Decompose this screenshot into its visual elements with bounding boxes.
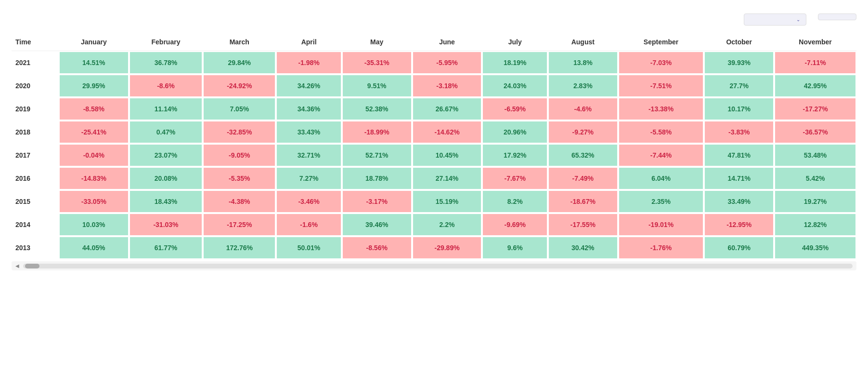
cell-value: -7.11% xyxy=(775,52,855,73)
cell-2015-august: -18.67% xyxy=(548,190,618,213)
cell-2018-september: -5.58% xyxy=(618,121,704,144)
cell-value: 60.79% xyxy=(705,237,773,258)
cell-2017-october: 47.81% xyxy=(704,144,774,167)
cell-value: 20.96% xyxy=(483,121,546,143)
cell-2015-january: -33.05% xyxy=(59,190,129,213)
table-wrapper: TimeJanuaryFebruaryMarchAprilMayJuneJuly… xyxy=(12,33,856,270)
year-cell: 2019 xyxy=(12,97,59,121)
cell-value: 34.36% xyxy=(277,98,340,120)
cell-value: 0.47% xyxy=(130,121,202,143)
cell-2021-march: 29.84% xyxy=(203,51,276,74)
cell-value: 26.67% xyxy=(413,98,481,120)
cell-2018-june: -14.62% xyxy=(412,121,482,144)
cell-2014-february: -31.03% xyxy=(129,213,203,236)
cell-2015-october: 33.49% xyxy=(704,190,774,213)
cell-value: -25.41% xyxy=(60,121,128,143)
cell-value: -5.35% xyxy=(204,168,275,189)
cell-2014-september: -19.01% xyxy=(618,213,704,236)
col-header-october: October xyxy=(704,33,774,51)
table-row: 201344.05%61.77%172.76%50.01%-8.56%-29.8… xyxy=(12,236,856,259)
cell-value: 12.82% xyxy=(775,214,855,235)
cell-value: -6.59% xyxy=(483,98,546,120)
cell-2019-november: -17.27% xyxy=(774,97,856,121)
cell-value: 52.71% xyxy=(343,145,411,166)
cell-value: -14.83% xyxy=(60,168,128,189)
cell-value: -36.57% xyxy=(775,121,855,143)
cell-2021-june: -5.95% xyxy=(412,51,482,74)
cell-value: 7.05% xyxy=(204,98,275,120)
col-header-time: Time xyxy=(12,33,59,51)
cell-2014-january: 10.03% xyxy=(59,213,129,236)
controls-area: ⌄ xyxy=(744,12,856,26)
cell-2016-september: 6.04% xyxy=(618,167,704,190)
cell-value: -9.27% xyxy=(549,121,617,143)
symbol-control xyxy=(818,12,856,20)
cell-2016-march: -5.35% xyxy=(203,167,276,190)
cell-2015-june: 15.19% xyxy=(412,190,482,213)
header-area: ⌄ xyxy=(12,12,856,26)
cell-value: 18.19% xyxy=(483,52,546,73)
cell-value: 47.81% xyxy=(705,145,773,166)
cell-2018-july: 20.96% xyxy=(482,121,547,144)
cell-2013-july: 9.6% xyxy=(482,236,547,259)
cell-2014-may: 39.46% xyxy=(342,213,412,236)
year-cell: 2021 xyxy=(12,51,59,74)
cell-value: -29.89% xyxy=(413,237,481,258)
cell-2018-january: -25.41% xyxy=(59,121,129,144)
cell-value: -19.01% xyxy=(619,214,703,235)
cell-2019-june: 26.67% xyxy=(412,97,482,121)
cell-value: -5.95% xyxy=(413,52,481,73)
cell-value: -17.25% xyxy=(204,214,275,235)
cell-value: 61.77% xyxy=(130,237,202,258)
cell-2016-april: 7.27% xyxy=(276,167,341,190)
cell-value: -1.98% xyxy=(277,52,340,73)
symbol-field xyxy=(818,13,856,20)
cell-value: 50.01% xyxy=(277,237,340,258)
col-header-september: September xyxy=(618,33,704,51)
cell-2016-june: 27.14% xyxy=(412,167,482,190)
type-control: ⌄ xyxy=(744,12,806,26)
cell-2014-november: 12.82% xyxy=(774,213,856,236)
col-header-february: February xyxy=(129,33,203,51)
cell-2019-august: -4.6% xyxy=(548,97,618,121)
year-cell: 2013 xyxy=(12,236,59,259)
scroll-left-arrow[interactable]: ◀ xyxy=(13,262,21,269)
type-dropdown[interactable]: ⌄ xyxy=(744,13,806,26)
cell-value: -32.85% xyxy=(204,121,275,143)
cell-value: -1.76% xyxy=(619,237,703,258)
cell-value: -12.95% xyxy=(705,214,773,235)
cell-value: 2.35% xyxy=(619,191,703,212)
cell-2016-july: -7.67% xyxy=(482,167,547,190)
table-row: 2019-8.58%11.14%7.05%34.36%52.38%26.67%-… xyxy=(12,97,856,121)
cell-value: 52.38% xyxy=(343,98,411,120)
cell-value: -4.6% xyxy=(549,98,617,120)
cell-2019-october: 10.17% xyxy=(704,97,774,121)
cell-2014-july: -9.69% xyxy=(482,213,547,236)
cell-value: -9.69% xyxy=(483,214,546,235)
cell-value: -33.05% xyxy=(60,191,128,212)
cell-value: 5.42% xyxy=(775,168,855,189)
table-row: 2016-14.83%20.08%-5.35%7.27%18.78%27.14%… xyxy=(12,167,856,190)
year-cell: 2015 xyxy=(12,190,59,213)
cell-2013-september: -1.76% xyxy=(618,236,704,259)
cell-2021-august: 13.8% xyxy=(548,51,618,74)
cell-value: -8.58% xyxy=(60,98,128,120)
cell-value: -7.49% xyxy=(549,168,617,189)
cell-value: -17.55% xyxy=(549,214,617,235)
cell-value: 32.71% xyxy=(277,145,340,166)
cell-2015-july: 8.2% xyxy=(482,190,547,213)
year-cell: 2016 xyxy=(12,167,59,190)
cell-value: -8.6% xyxy=(130,75,202,96)
cell-value: 2.83% xyxy=(549,75,617,96)
cell-2019-april: 34.36% xyxy=(276,97,341,121)
cell-2017-june: 10.45% xyxy=(412,144,482,167)
cell-value: -7.51% xyxy=(619,75,703,96)
table-row: 2018-25.41%0.47%-32.85%33.43%-18.99%-14.… xyxy=(12,121,856,144)
cell-value: -3.17% xyxy=(343,191,411,212)
cell-value: 34.26% xyxy=(277,75,340,96)
cell-2021-july: 18.19% xyxy=(482,51,547,74)
cell-2018-march: -32.85% xyxy=(203,121,276,144)
cell-2017-january: -0.04% xyxy=(59,144,129,167)
cell-value: 27.14% xyxy=(413,168,481,189)
table-header-row: TimeJanuaryFebruaryMarchAprilMayJuneJuly… xyxy=(12,33,856,51)
